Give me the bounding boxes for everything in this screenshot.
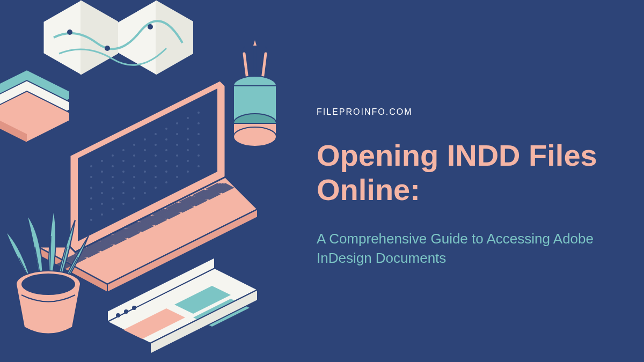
isometric-workspace-svg [0, 0, 311, 362]
svg-point-49 [122, 181, 125, 183]
subtitle-text: A Comprehensive Guide to Accessing Adobe… [317, 229, 612, 268]
svg-point-74 [155, 187, 157, 189]
svg-point-18 [144, 138, 146, 141]
svg-point-65 [176, 165, 178, 167]
map-icon [43, 0, 193, 75]
svg-marker-132 [253, 40, 257, 46]
svg-point-31 [165, 138, 167, 141]
svg-point-5 [148, 24, 153, 29]
svg-point-145 [233, 127, 276, 146]
svg-point-147 [21, 274, 75, 295]
svg-point-28 [133, 154, 135, 157]
svg-point-4 [105, 46, 110, 51]
svg-point-75 [165, 181, 167, 183]
svg-point-61 [133, 187, 135, 189]
svg-point-15 [112, 154, 114, 157]
svg-point-22 [187, 117, 189, 119]
books-icon [0, 70, 70, 142]
hero-illustration [0, 0, 311, 362]
svg-point-53 [165, 160, 167, 162]
svg-point-48 [112, 187, 114, 189]
svg-point-52 [155, 165, 157, 167]
laptop-icon [38, 80, 258, 292]
svg-point-47 [101, 192, 103, 194]
svg-point-76 [176, 176, 178, 178]
svg-point-24 [90, 176, 92, 178]
svg-point-38 [122, 171, 125, 173]
svg-point-16 [122, 149, 125, 151]
svg-point-41 [155, 154, 157, 157]
eyebrow-text: FILEPROINFO.COM [317, 107, 612, 117]
svg-point-45 [197, 133, 200, 135]
text-content: FILEPROINFO.COM Opening INDD Files Onlin… [317, 107, 612, 268]
svg-point-150 [116, 313, 120, 317]
svg-point-34 [197, 122, 200, 124]
svg-point-78 [197, 165, 200, 167]
svg-point-63 [155, 176, 157, 178]
svg-point-20 [165, 128, 167, 130]
svg-point-26 [112, 165, 114, 167]
svg-point-46 [90, 197, 92, 200]
svg-point-37 [112, 176, 114, 178]
svg-point-51 [144, 171, 146, 173]
svg-point-59 [112, 197, 114, 200]
svg-point-19 [155, 133, 157, 135]
svg-point-56 [197, 144, 200, 146]
svg-marker-133 [264, 46, 267, 51]
svg-point-69 [101, 213, 103, 216]
svg-point-42 [165, 149, 167, 151]
svg-point-13 [90, 165, 92, 167]
svg-point-33 [187, 128, 189, 130]
svg-point-21 [176, 122, 178, 124]
svg-point-3 [67, 29, 72, 35]
svg-point-66 [187, 160, 189, 162]
svg-marker-131 [243, 46, 246, 51]
svg-point-73 [144, 192, 146, 194]
svg-point-64 [165, 171, 167, 173]
svg-point-67 [197, 154, 200, 157]
svg-point-40 [144, 160, 146, 162]
svg-point-151 [124, 309, 128, 314]
svg-point-57 [90, 208, 92, 210]
svg-point-30 [155, 144, 157, 146]
svg-point-60 [122, 192, 125, 194]
svg-point-17 [133, 144, 135, 146]
pencil-cup-icon [233, 40, 276, 146]
svg-point-71 [122, 203, 125, 205]
svg-point-14 [101, 160, 103, 162]
svg-marker-2 [156, 0, 193, 75]
page-title: Opening INDD Files Online: [317, 138, 612, 208]
svg-point-72 [133, 197, 135, 200]
svg-point-25 [101, 171, 103, 173]
svg-point-54 [176, 154, 178, 157]
svg-point-68 [90, 219, 92, 221]
svg-point-62 [144, 181, 146, 183]
svg-point-32 [176, 133, 178, 135]
svg-point-152 [132, 306, 136, 310]
svg-point-77 [187, 171, 189, 173]
svg-point-36 [101, 181, 103, 183]
svg-point-35 [90, 187, 92, 189]
svg-point-44 [187, 138, 189, 141]
svg-point-50 [133, 176, 135, 178]
svg-point-58 [101, 203, 103, 205]
svg-point-39 [133, 165, 135, 167]
svg-point-29 [144, 149, 146, 151]
svg-point-23 [197, 112, 200, 114]
svg-point-70 [112, 208, 114, 210]
svg-point-55 [187, 149, 189, 151]
svg-point-27 [122, 160, 125, 162]
svg-point-43 [176, 144, 178, 146]
